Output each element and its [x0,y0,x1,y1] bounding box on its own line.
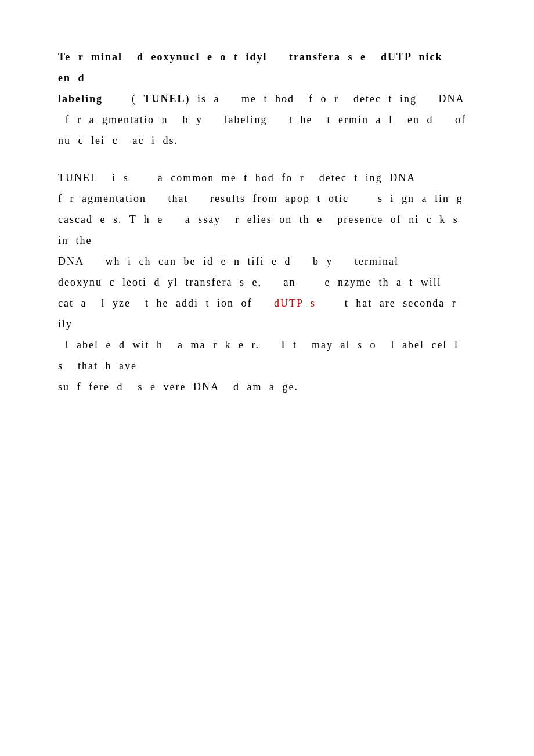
para2-line3: cascad e s. T h e a ssay r elies on th e… [58,214,473,246]
para2-line7: l abel e d wit h a ma r k e r. I t may a… [58,339,459,372]
para2-line1: TUNEL i s a common me t hod fo r detec t… [58,172,416,183]
labeling-bold: labeling [58,93,103,105]
tunel-intro: ( [110,93,144,105]
para2-line2: f r agmentation that results from apop t… [58,193,463,204]
term-bold: Te r minal d eoxynucl e o t idyl transfe… [58,51,464,84]
para2-line4: DNA wh i ch can be id e n tifi e d b y t… [58,255,399,267]
paragraph-1: Te r minal d eoxynucl e o t idyl transfe… [58,46,476,151]
para2-line6: cat a l yze t he addi t ion of [58,297,274,309]
dutps-highlight: dUTP s [274,297,316,309]
para1-line3: f r a gmentatio n b y labeling t he t er… [58,114,466,125]
para2-line5: deoxynu c leoti d yl transfera s e, an e… [58,276,442,288]
page: Te r minal d eoxynucl e o t idyl transfe… [0,0,534,756]
paragraph-2: TUNEL i s a common me t hod fo r detec t… [58,167,476,397]
para2-line8: su f fere d s e vere DNA d am a ge. [58,381,298,393]
para1-line4: nu c lei c ac i ds. [58,135,178,146]
paragraph-1-text: Te r minal d eoxynucl e o t idyl transfe… [58,51,464,84]
tunel-desc: ) is a me t hod f o r detec t ing DNA [186,93,465,105]
tunel-bold: TUNEL [144,93,186,105]
